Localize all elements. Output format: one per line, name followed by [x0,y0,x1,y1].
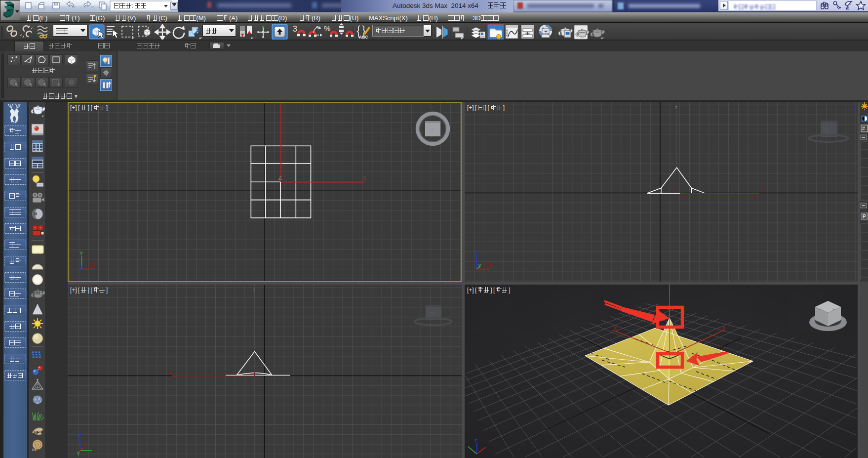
svg-text:3: 3 [293,25,297,33]
svg-text:X: X [759,187,763,193]
svg-text:□: □ [430,310,434,318]
svg-text:X: X [722,325,726,331]
svg-text:X: X [362,175,366,181]
svg-text:z: z [253,287,255,292]
svg-text:Y: Y [478,263,482,269]
svg-text:ABC: ABC [359,35,368,40]
svg-text:Y: Y [79,250,83,256]
svg-text:#: # [862,126,865,131]
svg-text:Y: Y [675,185,678,190]
svg-text:Z: Z [278,175,282,181]
svg-text:X: X [488,262,492,268]
svg-text:X: X [613,325,617,331]
svg-text:Y: Y [77,451,80,457]
svg-text:z: z [675,105,677,110]
svg-text:Z: Z [79,265,83,271]
svg-text:□: □ [430,127,433,134]
svg-text:□: □ [825,126,829,134]
svg-text:P: P [863,214,866,219]
svg-text:z: z [474,437,477,443]
svg-text:%: % [324,24,330,33]
svg-text:X: X [91,262,95,268]
svg-text:X: X [83,443,87,449]
svg-text:Y: Y [168,369,172,375]
svg-text:Z: Z [474,251,478,257]
svg-text:Z: Z [78,433,81,439]
